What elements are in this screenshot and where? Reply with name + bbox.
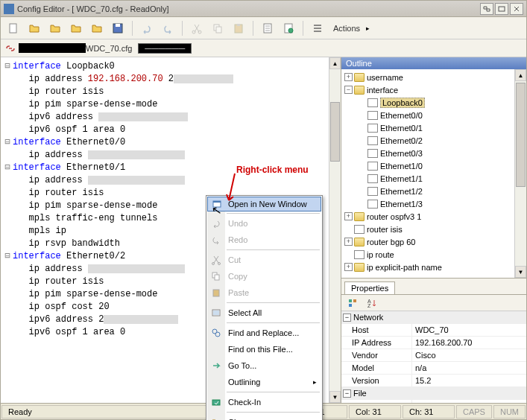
fold-toggle[interactable]	[2, 314, 13, 326]
editor-scrollbar[interactable]: ▲ ▼	[329, 57, 341, 403]
redo-icon[interactable]	[160, 20, 176, 36]
tree-node[interactable]: Ethernet1/2	[343, 185, 525, 197]
code-line[interactable]: ip pim sparse-dense-mode	[13, 98, 339, 111]
fold-toggle[interactable]	[2, 212, 13, 225]
fold-toggle[interactable]	[2, 98, 13, 111]
fold-toggle[interactable]	[2, 276, 13, 288]
tab-filename[interactable]: WDC_70.cfg	[86, 44, 132, 53]
outline-tree[interactable]: +username−interfaceLoopback0Ethernet0/0E…	[341, 69, 526, 278]
scroll-up-icon[interactable]: ▲	[515, 69, 526, 81]
tree-node[interactable]: ip route	[343, 248, 525, 261]
prop-row[interactable]: Version15.2	[341, 375, 526, 387]
menu-item-find-and-replace-[interactable]: Find and Replace...	[207, 325, 321, 341]
new-icon[interactable]	[5, 20, 22, 36]
code-line[interactable]: interface Ethernet0/0	[13, 136, 339, 149]
menu-item-outlining[interactable]: Outlining▸	[207, 374, 321, 390]
tree-node[interactable]: Ethernet0/0	[343, 109, 525, 121]
category-toggle[interactable]: −	[343, 389, 351, 398]
fold-toggle[interactable]	[2, 263, 13, 276]
fold-toggle[interactable]	[2, 326, 13, 339]
copy-icon[interactable]	[209, 20, 226, 36]
fold-toggle[interactable]	[2, 187, 13, 200]
code-line[interactable]: ip address	[13, 174, 339, 187]
doc2-icon[interactable]	[280, 20, 297, 36]
fold-toggle[interactable]	[2, 124, 13, 136]
menu-item-find-on-this-file-[interactable]: Find on this File...	[207, 341, 321, 357]
outline-scrollbar[interactable]: ▲ ▼	[514, 69, 526, 278]
tree-node[interactable]: +ip explicit-path name	[343, 261, 525, 273]
tree-toggle[interactable]: +	[344, 212, 353, 220]
actions-menu[interactable]: Actions	[333, 24, 360, 33]
prop-row[interactable]: VendorCisco	[341, 349, 526, 362]
tree-node[interactable]: Ethernet0/1	[343, 121, 525, 134]
doc-icon[interactable]	[259, 20, 276, 36]
code-line[interactable]: ipv6 ospf 1 area 0	[13, 124, 339, 136]
scroll-down-icon[interactable]: ▼	[329, 391, 341, 403]
maximize-button[interactable]	[495, 3, 508, 15]
tree-node[interactable]: +username	[343, 71, 525, 83]
paste-icon[interactable]	[230, 20, 247, 36]
fold-toggle[interactable]	[2, 149, 13, 162]
prop-row[interactable]: Modeln/a	[341, 362, 526, 375]
tree-node[interactable]: Ethernet0/3	[343, 147, 525, 159]
fold-toggle[interactable]	[2, 174, 13, 187]
folder4-icon[interactable]	[89, 20, 105, 36]
tree-node[interactable]: +router ospfv3 1	[343, 210, 525, 223]
menu-item-check-in[interactable]: Check-In	[207, 394, 321, 410]
tab-properties[interactable]: Properties	[344, 281, 395, 294]
menu-item-select-all[interactable]: Select All	[207, 305, 321, 321]
tree-toggle[interactable]: +	[344, 238, 353, 246]
scroll-up-icon[interactable]: ▲	[329, 57, 341, 69]
tree-toggle[interactable]: −	[344, 86, 353, 94]
tree-toggle[interactable]: +	[344, 73, 353, 81]
undo-icon[interactable]	[139, 20, 155, 36]
tree-node[interactable]: +router bgp 60	[343, 235, 525, 248]
fold-toggle[interactable]: ⊟	[2, 60, 13, 73]
fold-toggle[interactable]	[2, 238, 13, 250]
tree-node[interactable]: Ethernet0/2	[343, 134, 525, 147]
cut-icon[interactable]	[189, 20, 205, 36]
tree-node[interactable]: Ethernet1/0	[343, 159, 525, 172]
tree-node[interactable]: Ethernet1/1	[343, 172, 525, 185]
fold-toggle[interactable]	[2, 200, 13, 212]
menu-item-close[interactable]: Close	[207, 414, 321, 420]
fold-toggle[interactable]	[2, 288, 13, 301]
tree-toggle[interactable]: +	[344, 263, 353, 271]
code-line[interactable]: ipv6 address	[13, 111, 339, 124]
properties-grid[interactable]: −NetworkHostWDC_70IP Address192.168.200.…	[341, 311, 526, 413]
fold-toggle[interactable]: ⊟	[2, 136, 13, 149]
scroll-down-icon[interactable]: ▼	[515, 266, 526, 278]
code-line[interactable]: interface Loopback0	[13, 60, 339, 73]
fold-toggle[interactable]	[2, 73, 13, 86]
tree-node[interactable]: Loopback0	[343, 96, 525, 109]
fold-toggle[interactable]: ⊟	[2, 250, 13, 263]
close-button[interactable]	[510, 3, 523, 15]
fold-toggle[interactable]: ⊟	[2, 162, 13, 174]
code-line[interactable]: ip address 192.168.200.70 2	[13, 73, 339, 86]
fold-toggle[interactable]	[2, 301, 13, 314]
code-line[interactable]: ip router isis	[13, 86, 339, 98]
prop-category[interactable]: −Network	[341, 311, 526, 324]
fold-toggle[interactable]	[2, 225, 13, 238]
minimize-button[interactable]	[480, 3, 493, 15]
tree-node[interactable]: Ethernet1/3	[343, 197, 525, 210]
fold-toggle[interactable]	[2, 111, 13, 124]
tree-node[interactable]: router isis	[343, 223, 525, 235]
list-icon[interactable]	[309, 20, 326, 36]
folder2-icon[interactable]	[47, 20, 63, 36]
scroll-thumb[interactable]	[516, 83, 526, 187]
fold-toggle[interactable]	[2, 86, 13, 98]
categorize-icon[interactable]	[344, 295, 361, 311]
menu-item-go-to-[interactable]: Go To...	[207, 357, 321, 374]
category-toggle[interactable]: −	[343, 314, 351, 322]
code-line[interactable]: ip address	[13, 149, 339, 162]
prop-row[interactable]: IP Address192.168.200.70	[341, 337, 526, 349]
prop-category[interactable]: −File	[341, 387, 526, 400]
open-folder-icon[interactable]	[26, 20, 42, 36]
prop-row[interactable]: HostWDC_70	[341, 324, 526, 337]
save-icon[interactable]	[110, 20, 126, 36]
sort-icon[interactable]: AZ	[364, 295, 380, 311]
scroll-thumb[interactable]	[330, 102, 340, 162]
folder3-icon[interactable]	[68, 20, 84, 36]
tree-node[interactable]: −interface	[343, 83, 525, 96]
